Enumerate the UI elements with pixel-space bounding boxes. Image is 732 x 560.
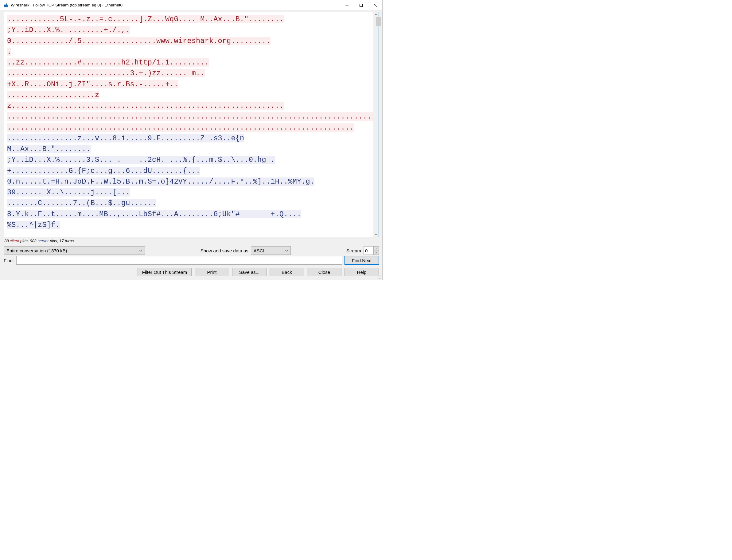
filter-out-label: Filter Out This Stream [142,270,187,275]
stream-spin-up[interactable]: ▲ [374,247,379,251]
chevron-down-icon [375,234,377,235]
server-stream-line[interactable]: .......C.......7..(B...$..gu...... [7,199,156,207]
conversation-select-value: Entire conversation (1370 kB) [6,248,67,253]
window-title: Wireshark · Follow TCP Stream (tcp.strea… [11,3,340,7]
titlebar: Wireshark · Follow TCP Stream (tcp.strea… [0,0,382,10]
stream-content-area[interactable]: ............5L-.-.z..=.c......].Z...WqG.… [4,12,379,237]
filter-out-button[interactable]: Filter Out This Stream [138,268,192,276]
stream-content-text[interactable]: ............5L-.-.z..=.c......].Z...WqG.… [4,12,373,237]
server-stream-line[interactable]: %S...^|zS]f. [7,221,60,229]
stream-number-input[interactable] [364,246,373,255]
stream-spin-down[interactable]: ▼ [374,251,379,255]
server-stream-line[interactable]: 0.n.....t.=H.n.JoD.F..W.l5.B..m.S=.o]42V… [7,177,314,186]
server-stream-line[interactable]: ................z...v...8.i.....9.F.....… [7,134,244,142]
server-stream-line[interactable]: +.............G.{F;c...g...6...dU.......… [7,167,200,175]
client-stream-line[interactable]: 0............./.5.................www.wi… [7,37,271,45]
back-label: Back [282,270,292,275]
svg-point-9 [381,278,381,279]
client-stream-line[interactable]: ..zz............#.........h2.http/1.1...… [7,58,209,67]
close-button[interactable]: Close [307,268,341,276]
packet-stats: 38 client pkts, 983 server pkts, 17 turn… [4,237,379,245]
svg-point-4 [381,275,381,276]
minimize-icon [345,4,348,7]
stats-mid1: pkts, [20,239,30,243]
svg-point-7 [378,278,378,279]
maximize-icon [360,4,363,7]
client-stream-line[interactable]: ........................................… [7,123,354,132]
close-window-button[interactable] [368,0,382,10]
chevron-up-icon [375,14,377,15]
server-stream-line[interactable]: 8.Y.k..F..t.....m....MB..,....LbSf#...A.… [7,210,301,218]
stream-number-spinner[interactable]: ▲ ▼ [364,246,379,255]
maximize-button[interactable] [354,0,368,10]
back-button[interactable]: Back [270,268,304,276]
stats-tail: pkts, 17 turns. [50,239,75,243]
scrollbar-thumb[interactable] [376,17,381,26]
svg-rect-1 [360,4,363,6]
client-stream-line[interactable]: ....................zz..................… [7,91,284,110]
client-word: client [10,239,19,243]
find-input[interactable] [16,256,342,265]
svg-point-5 [379,277,380,277]
print-button[interactable]: Print [195,268,229,276]
chevron-down-icon [285,249,288,252]
show-save-label: Show and save data as [201,248,248,253]
resize-grip[interactable] [377,275,382,279]
server-word: server [37,239,49,243]
client-stream-line[interactable]: ............................3.+.)zz.....… [7,69,205,77]
client-stream-line[interactable]: +X..R....ONi..j.ZI"....s.r.Bs.-.....+.. [7,80,178,88]
client-pkt-count: 38 [4,239,9,243]
find-label: Find: [4,258,14,263]
svg-point-6 [381,277,381,277]
save-as-label: Save as... [239,270,260,275]
format-select-value: ASCII [254,248,266,253]
server-stream-line[interactable]: 39...... X..\......j....[... [7,188,130,196]
find-next-button[interactable]: Find Next [345,256,379,265]
format-select[interactable]: ASCII [251,246,291,255]
find-next-label: Find Next [352,258,372,263]
server-pkt-count: 983 [30,239,37,243]
conversation-select[interactable]: Entire conversation (1370 kB) [4,246,145,255]
chevron-down-icon [139,249,142,252]
client-stream-line[interactable]: ............5L-.-.z..=.c......].Z...WqG.… [7,15,284,23]
minimize-button[interactable] [340,0,354,10]
scroll-up-arrow[interactable] [373,12,379,17]
help-button[interactable]: Help [345,268,379,276]
close-icon [374,4,377,7]
server-stream-line[interactable]: ;Y..iD...X.%......3.$... . ..2cH. ...%.{… [7,156,275,164]
server-stream-line[interactable]: M..Ax...B."........ [7,145,91,153]
client-stream-line[interactable]: ;Y..iD...X.%. ........+./.,. [7,26,130,34]
close-label: Close [318,270,330,275]
client-stream-line[interactable]: ........................................… [7,112,373,121]
print-label: Print [207,270,217,275]
stream-label: Stream [346,248,361,253]
help-label: Help [357,270,367,275]
wireshark-icon [3,3,8,8]
client-stream-line[interactable]: . [7,48,11,56]
svg-point-8 [379,278,380,279]
scroll-down-arrow[interactable] [373,232,379,237]
save-as-button[interactable]: Save as... [232,268,267,276]
vertical-scrollbar[interactable] [373,12,379,237]
